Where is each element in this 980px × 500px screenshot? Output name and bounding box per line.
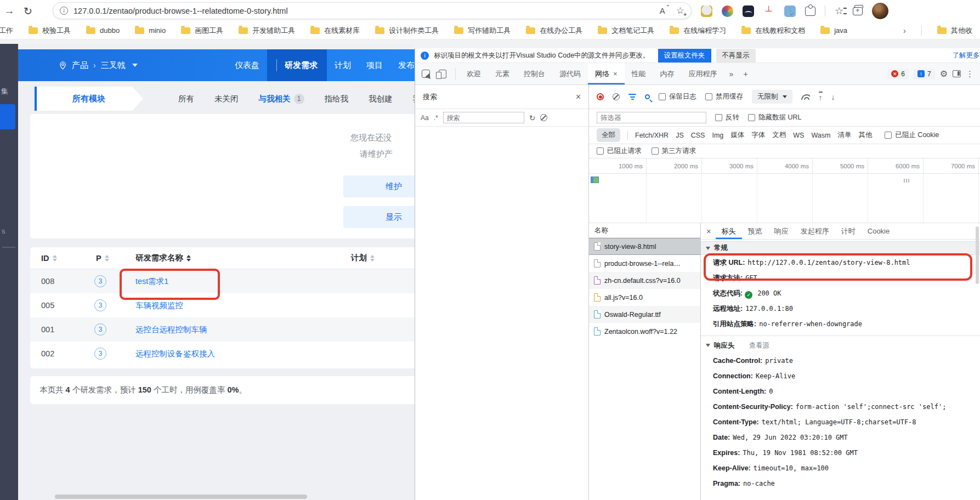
refresh-search-icon[interactable]: ↻ (529, 113, 536, 122)
hide-data-urls-checkbox[interactable]: 隐藏数据 URL (748, 113, 801, 122)
story-filter-tab[interactable]: 所有 (178, 94, 194, 104)
clear-search-icon[interactable] (540, 114, 547, 121)
bookmarks-overflow-icon[interactable]: › (903, 26, 906, 35)
filter-input[interactable] (597, 112, 706, 123)
invert-checkbox[interactable]: 反转 (715, 113, 739, 122)
settings-gear-icon[interactable]: ⚙ (940, 69, 948, 79)
detail-tab[interactable]: Cookie (862, 223, 896, 239)
zentao-nav-tab[interactable]: 研发需求 (267, 49, 327, 81)
bookmark-folder[interactable]: 在线编程学习 (670, 26, 726, 36)
devtools-tab[interactable]: 内存 (653, 63, 682, 84)
close-search-icon[interactable]: × (576, 92, 581, 102)
request-name-column-header[interactable]: 名称 (589, 223, 700, 238)
zentao-nav-tab[interactable]: 发布 (390, 49, 415, 81)
throttling-dropdown[interactable]: 无限制 (752, 90, 792, 104)
set-root-folder-button[interactable]: 设置根文件夹 (658, 49, 711, 63)
resource-type-chip[interactable]: 清单 (837, 130, 851, 140)
forward-icon[interactable]: → (0, 5, 19, 17)
url-text[interactable]: 127.0.0.1/zentao/product-browse-1--relat… (73, 7, 654, 15)
show-module-button[interactable]: 显示 (343, 206, 415, 228)
new-tab-icon[interactable]: + (738, 70, 752, 78)
extension-dark-app-icon[interactable] (743, 5, 754, 17)
inspect-element-icon[interactable] (422, 70, 430, 78)
bookmark-folder[interactable]: 在线教程和文档 (741, 26, 805, 36)
third-party-checkbox[interactable]: 第三方请求 (652, 146, 696, 156)
device-toolbar-icon[interactable] (439, 70, 446, 78)
extension-anchor-icon[interactable]: ⚓ (784, 5, 796, 17)
table-row[interactable]: 001 3 远控台远程控制车辆 (30, 317, 415, 342)
read-aloud-icon[interactable]: A (660, 6, 665, 15)
table-row[interactable]: 008 3 test需求1 (30, 269, 415, 293)
devtools-tab[interactable]: 应用程序 (682, 63, 724, 84)
resource-type-chip[interactable]: 其他 (858, 130, 872, 140)
record-network-log-icon[interactable] (597, 93, 604, 100)
product-name[interactable]: 三叉戟 (101, 60, 126, 71)
disable-cache-checkbox[interactable]: 禁用缓存 (705, 92, 743, 101)
vertical-scrollbar[interactable] (976, 226, 979, 284)
extension-microscope-icon[interactable] (701, 5, 712, 17)
story-filter-tab[interactable]: 指给我 (325, 94, 349, 104)
devtools-tab[interactable]: 性能 (625, 63, 653, 84)
detail-tab[interactable]: 发起程序 (795, 223, 835, 239)
resource-type-chip[interactable]: 文档 (772, 130, 786, 140)
search-icon[interactable] (645, 94, 650, 99)
request-row[interactable]: product-browse-1--rela… (589, 255, 700, 272)
story-link[interactable]: 车辆视频监控 (135, 300, 183, 311)
detail-tab[interactable]: 预览 (742, 223, 768, 239)
detail-tab[interactable]: 标头 (716, 223, 742, 239)
favorites-icon[interactable]: ☆ (835, 5, 843, 17)
view-source-button[interactable]: 查看源 (749, 341, 770, 350)
story-filter-tab[interactable]: 与我相关 1 (259, 94, 304, 104)
zentao-nav-tab[interactable]: 项目 (359, 49, 390, 81)
close-detail-icon[interactable]: × (706, 226, 711, 236)
breadcrumb-section[interactable]: 产品 (72, 60, 88, 71)
extensions-menu-icon[interactable] (805, 7, 815, 16)
more-tabs-icon[interactable]: » (724, 70, 739, 78)
resource-type-chip[interactable]: JS (676, 132, 684, 139)
learn-more-link[interactable]: 了解更多信 (953, 51, 980, 60)
resource-type-chip[interactable]: 媒体 (730, 130, 744, 140)
breadcrumb[interactable]: 产品 › 三叉戟 (59, 60, 138, 71)
add-favorite-icon[interactable]: ☆ (676, 5, 684, 16)
story-link[interactable]: 远控台远程控制车辆 (135, 325, 207, 335)
request-row[interactable]: all.js?v=16.0 (589, 289, 700, 306)
bookmark-folder-other[interactable]: 其他收 (937, 26, 972, 36)
error-badge[interactable]: ✕ 6 (887, 69, 909, 79)
zentao-nav-tab[interactable]: 仪表盘 (227, 49, 267, 81)
issues-badge[interactable]: ! 7 (914, 69, 935, 79)
column-header-name[interactable]: 研发需求名称 (135, 247, 191, 269)
bookmark-folder[interactable]: 写作辅助工具 (454, 26, 511, 36)
devtools-tab[interactable]: 元素 (488, 63, 517, 84)
regex-toggle[interactable]: .* (434, 114, 438, 122)
blocked-cookies-checkbox[interactable]: 已阻止 Cookie (885, 130, 939, 140)
bookmark-folder[interactable]: minio (135, 26, 166, 35)
clear-network-log-icon[interactable] (613, 93, 620, 100)
request-row[interactable]: zh-cn.default.css?v=16.0 (589, 272, 700, 289)
address-bar[interactable]: i 127.0.0.1/zentao/product-browse-1--rel… (53, 2, 692, 19)
bookmark-folder[interactable]: 开发辅助工具 (239, 26, 295, 36)
maintain-module-button[interactable]: 维护 (343, 175, 415, 197)
search-input[interactable] (443, 112, 524, 123)
extension-colorwheel-icon[interactable] (722, 5, 733, 17)
dock-side-icon[interactable] (953, 70, 961, 77)
bookmark-folder[interactable]: 文档笔记工具 (598, 26, 654, 36)
resource-type-chip[interactable]: Fetch/XHR (627, 131, 669, 140)
resource-type-chip[interactable]: 全部 (597, 128, 620, 142)
story-filter-tab[interactable]: 未关闭 (214, 94, 239, 104)
bookmark-folder[interactable]: 在线办公工具 (526, 26, 582, 36)
resource-type-chip[interactable]: Wasm (811, 132, 830, 139)
request-row[interactable]: Zentaolcon.woff?v=1.22 (589, 323, 700, 340)
collections-icon[interactable] (853, 7, 863, 15)
column-header-id[interactable]: ID (41, 247, 57, 269)
detail-tab[interactable]: 计时 (835, 223, 862, 239)
column-header-priority[interactable]: P (96, 247, 109, 269)
profile-avatar[interactable] (872, 3, 888, 19)
response-headers-toggle[interactable]: 响应头 (706, 341, 735, 350)
bookmark-folder[interactable]: 设计制作类工具 (375, 26, 439, 36)
bookmark-folder[interactable]: 在线素材库 (310, 26, 360, 36)
close-tab-icon[interactable]: × (613, 70, 618, 78)
table-row[interactable]: 005 3 车辆视频监控 (30, 293, 415, 317)
story-filter-tab[interactable]: 我创建 (369, 94, 393, 104)
export-har-icon[interactable]: ↓ (831, 93, 835, 101)
network-conditions-icon[interactable] (801, 94, 810, 100)
